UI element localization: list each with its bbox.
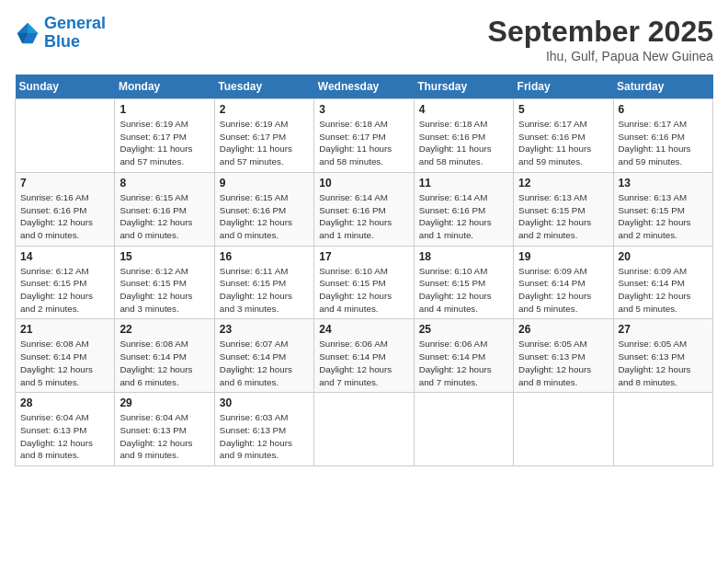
sunset-time: Sunset: 6:13 PM (518, 351, 585, 362)
day-number: 24 (319, 323, 408, 336)
calendar-cell (314, 393, 414, 466)
day-number: 14 (20, 250, 109, 263)
calendar-cell: 15 Sunrise: 6:12 AM Sunset: 6:15 PM Dayl… (115, 246, 214, 319)
sunrise-time: Sunrise: 6:14 AM (419, 192, 488, 202)
day-info: Sunrise: 6:19 AM Sunset: 6:17 PM Dayligh… (119, 118, 209, 168)
day-info: Sunrise: 6:05 AM Sunset: 6:13 PM Dayligh… (518, 338, 608, 388)
logo: General Blue (15, 15, 106, 52)
day-number: 4 (419, 103, 508, 116)
daylight-hours: Daylight: 12 hours and 5 minutes. (619, 291, 691, 314)
sunset-time: Sunset: 6:14 PM (119, 351, 186, 362)
weekday-header-friday: Friday (514, 75, 613, 99)
daylight-hours: Daylight: 11 hours and 57 minutes. (119, 144, 192, 167)
day-number: 29 (119, 396, 209, 409)
daylight-hours: Daylight: 12 hours and 8 minutes. (619, 364, 691, 387)
day-info: Sunrise: 6:15 AM Sunset: 6:16 PM Dayligh… (220, 191, 309, 242)
month-title: September 2025 (488, 15, 713, 49)
day-info: Sunrise: 6:09 AM Sunset: 6:14 PM Dayligh… (619, 265, 708, 316)
day-number: 20 (619, 250, 708, 263)
daylight-hours: Daylight: 11 hours and 58 minutes. (319, 144, 392, 167)
sunset-time: Sunset: 6:14 PM (518, 278, 585, 288)
sunset-time: Sunset: 6:15 PM (518, 205, 585, 215)
calendar-week-row: 28 Sunrise: 6:04 AM Sunset: 6:13 PM Dayl… (16, 393, 713, 466)
day-info: Sunrise: 6:12 AM Sunset: 6:15 PM Dayligh… (20, 265, 109, 316)
sunset-time: Sunset: 6:16 PM (419, 132, 485, 142)
day-number: 15 (119, 250, 209, 263)
sunrise-time: Sunrise: 6:15 AM (220, 192, 289, 202)
day-info: Sunrise: 6:12 AM Sunset: 6:15 PM Dayligh… (119, 265, 209, 316)
sunrise-time: Sunrise: 6:18 AM (419, 119, 488, 129)
logo-icon (15, 20, 40, 46)
day-number: 12 (518, 177, 608, 190)
day-number: 2 (220, 103, 309, 116)
calendar-cell: 7 Sunrise: 6:16 AM Sunset: 6:16 PM Dayli… (16, 172, 115, 246)
sunrise-time: Sunrise: 6:06 AM (319, 339, 388, 349)
sunset-time: Sunset: 6:17 PM (319, 132, 385, 142)
sunrise-time: Sunrise: 6:13 AM (518, 192, 587, 202)
calendar-cell: 21 Sunrise: 6:08 AM Sunset: 6:14 PM Dayl… (16, 319, 115, 393)
daylight-hours: Daylight: 12 hours and 8 minutes. (20, 438, 93, 461)
calendar-cell: 23 Sunrise: 6:07 AM Sunset: 6:14 PM Dayl… (214, 319, 313, 393)
daylight-hours: Daylight: 12 hours and 4 minutes. (319, 291, 392, 314)
day-number: 6 (619, 103, 708, 116)
sunrise-time: Sunrise: 6:12 AM (20, 266, 89, 276)
sunrise-time: Sunrise: 6:05 AM (518, 339, 587, 349)
sunrise-time: Sunrise: 6:10 AM (319, 266, 388, 276)
weekday-header-monday: Monday (115, 75, 214, 99)
calendar-cell (16, 99, 115, 173)
calendar-cell: 4 Sunrise: 6:18 AM Sunset: 6:16 PM Dayli… (414, 99, 513, 173)
day-number: 18 (419, 250, 508, 263)
sunset-time: Sunset: 6:14 PM (419, 351, 485, 362)
location: Ihu, Gulf, Papua New Guinea (488, 49, 713, 63)
day-info: Sunrise: 6:06 AM Sunset: 6:14 PM Dayligh… (419, 338, 508, 388)
daylight-hours: Daylight: 12 hours and 1 minute. (419, 217, 492, 240)
calendar-cell: 14 Sunrise: 6:12 AM Sunset: 6:15 PM Dayl… (16, 246, 115, 319)
day-info: Sunrise: 6:18 AM Sunset: 6:17 PM Dayligh… (319, 118, 408, 168)
day-number: 10 (319, 177, 408, 190)
daylight-hours: Daylight: 12 hours and 4 minutes. (419, 291, 492, 314)
sunset-time: Sunset: 6:17 PM (119, 132, 186, 142)
calendar-cell: 6 Sunrise: 6:17 AM Sunset: 6:16 PM Dayli… (613, 99, 712, 173)
sunrise-time: Sunrise: 6:10 AM (419, 266, 488, 276)
sunrise-time: Sunrise: 6:06 AM (419, 339, 488, 349)
sunrise-time: Sunrise: 6:09 AM (619, 266, 688, 276)
daylight-hours: Daylight: 12 hours and 6 minutes. (119, 364, 192, 387)
day-info: Sunrise: 6:10 AM Sunset: 6:15 PM Dayligh… (319, 265, 408, 316)
sunrise-time: Sunrise: 6:04 AM (119, 412, 188, 422)
daylight-hours: Daylight: 12 hours and 7 minutes. (319, 364, 392, 387)
calendar-cell: 9 Sunrise: 6:15 AM Sunset: 6:16 PM Dayli… (214, 172, 313, 246)
calendar-cell: 3 Sunrise: 6:18 AM Sunset: 6:17 PM Dayli… (314, 99, 414, 173)
sunrise-time: Sunrise: 6:17 AM (518, 119, 587, 129)
sunrise-time: Sunrise: 6:08 AM (20, 339, 89, 349)
calendar-cell: 22 Sunrise: 6:08 AM Sunset: 6:14 PM Dayl… (115, 319, 214, 393)
daylight-hours: Daylight: 12 hours and 2 minutes. (518, 217, 591, 240)
sunset-time: Sunset: 6:15 PM (319, 278, 385, 288)
day-number: 8 (119, 177, 209, 190)
daylight-hours: Daylight: 12 hours and 6 minutes. (220, 364, 292, 387)
calendar-cell: 18 Sunrise: 6:10 AM Sunset: 6:15 PM Dayl… (414, 246, 513, 319)
day-info: Sunrise: 6:08 AM Sunset: 6:14 PM Dayligh… (20, 338, 109, 388)
day-info: Sunrise: 6:07 AM Sunset: 6:14 PM Dayligh… (220, 338, 309, 388)
day-number: 27 (619, 323, 708, 336)
sunset-time: Sunset: 6:14 PM (20, 351, 86, 362)
calendar-cell: 5 Sunrise: 6:17 AM Sunset: 6:16 PM Dayli… (514, 99, 613, 173)
day-info: Sunrise: 6:04 AM Sunset: 6:13 PM Dayligh… (20, 411, 109, 462)
sunrise-time: Sunrise: 6:14 AM (319, 192, 388, 202)
sunset-time: Sunset: 6:15 PM (220, 278, 286, 288)
sunrise-time: Sunrise: 6:17 AM (619, 119, 688, 129)
sunrise-time: Sunrise: 6:13 AM (619, 192, 688, 202)
day-number: 17 (319, 250, 408, 263)
calendar-cell: 17 Sunrise: 6:10 AM Sunset: 6:15 PM Dayl… (314, 246, 414, 319)
sunset-time: Sunset: 6:16 PM (619, 132, 685, 142)
day-number: 28 (20, 396, 109, 409)
sunrise-time: Sunrise: 6:19 AM (220, 119, 289, 129)
sunset-time: Sunset: 6:16 PM (319, 205, 385, 215)
day-number: 30 (220, 396, 309, 409)
day-number: 25 (419, 323, 508, 336)
day-number: 7 (20, 177, 109, 190)
sunset-time: Sunset: 6:16 PM (419, 205, 485, 215)
sunset-time: Sunset: 6:16 PM (518, 132, 585, 142)
day-number: 11 (419, 177, 508, 190)
calendar-cell: 24 Sunrise: 6:06 AM Sunset: 6:14 PM Dayl… (314, 319, 414, 393)
calendar-week-row: 1 Sunrise: 6:19 AM Sunset: 6:17 PM Dayli… (16, 99, 713, 173)
